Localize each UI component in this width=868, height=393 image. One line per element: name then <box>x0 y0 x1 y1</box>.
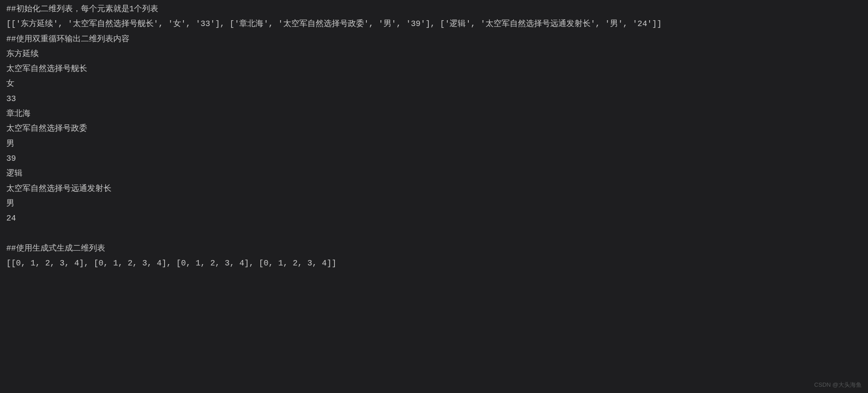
output-line: 33 <box>6 92 862 106</box>
output-line: 太空军自然选择号舰长 <box>6 62 862 76</box>
watermark-text: CSDN @大头海鱼 <box>814 380 862 390</box>
blank-line <box>6 226 862 241</box>
comment-line: ##使用生成式生成二维列表 <box>6 241 862 256</box>
output-line: 逻辑 <box>6 166 862 181</box>
output-line: 女 <box>6 76 862 91</box>
output-line: 太空军自然选择号远通发射长 <box>6 181 862 196</box>
output-line: 39 <box>6 151 862 166</box>
output-line: 章北海 <box>6 106 862 121</box>
comment-line: ##初始化二维列表，每个元素就是1个列表 <box>6 2 862 17</box>
code-output-block: ##初始化二维列表，每个元素就是1个列表 [['东方延续', '太空军自然选择号… <box>6 2 862 271</box>
output-line: 24 <box>6 211 862 226</box>
output-line: 男 <box>6 196 862 211</box>
output-line: 男 <box>6 137 862 151</box>
output-line: [['东方延续', '太空军自然选择号舰长', '女', '33'], ['章北… <box>6 17 862 31</box>
comment-line: ##使用双重循环输出二维列表内容 <box>6 32 862 47</box>
output-line: 东方延续 <box>6 47 862 62</box>
output-line: 太空军自然选择号政委 <box>6 121 862 136</box>
output-line: [[0, 1, 2, 3, 4], [0, 1, 2, 3, 4], [0, 1… <box>6 256 862 271</box>
